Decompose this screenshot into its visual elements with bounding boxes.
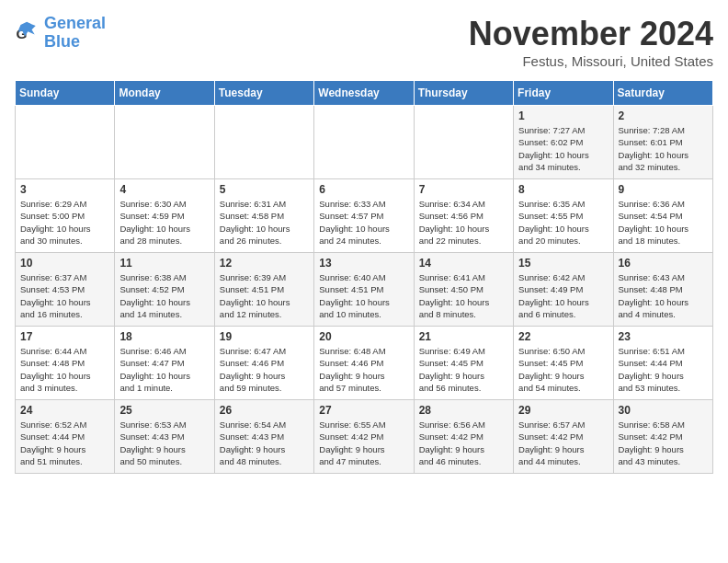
day-info: Sunrise: 6:42 AM Sunset: 4:49 PM Dayligh… — [518, 271, 608, 320]
calendar-cell: 17Sunrise: 6:44 AM Sunset: 4:48 PM Dayli… — [16, 327, 115, 400]
calendar-cell: 30Sunrise: 6:58 AM Sunset: 4:42 PM Dayli… — [613, 400, 712, 474]
calendar-cell: 5Sunrise: 6:31 AM Sunset: 4:58 PM Daylig… — [214, 179, 313, 253]
logo: G General Blue — [15, 15, 106, 52]
calendar-cell: 9Sunrise: 6:36 AM Sunset: 4:54 PM Daylig… — [613, 179, 712, 253]
calendar-cell: 10Sunrise: 6:37 AM Sunset: 4:53 PM Dayli… — [16, 253, 115, 327]
day-number: 21 — [419, 330, 508, 343]
weekday-header-monday: Monday — [115, 81, 214, 106]
day-info: Sunrise: 6:49 AM Sunset: 4:45 PM Dayligh… — [419, 345, 508, 394]
weekday-header-saturday: Saturday — [613, 81, 712, 106]
day-number: 17 — [20, 330, 109, 343]
calendar-header-row: SundayMondayTuesdayWednesdayThursdayFrid… — [16, 81, 713, 106]
day-number: 28 — [419, 404, 508, 417]
header: G General Blue November 2024 Festus, Mis… — [15, 15, 713, 69]
weekday-header-wednesday: Wednesday — [314, 81, 414, 106]
day-info: Sunrise: 6:31 AM Sunset: 4:58 PM Dayligh… — [220, 198, 309, 247]
calendar-cell: 21Sunrise: 6:49 AM Sunset: 4:45 PM Dayli… — [414, 327, 513, 400]
calendar-cell: 11Sunrise: 6:38 AM Sunset: 4:52 PM Dayli… — [115, 253, 214, 327]
day-number: 10 — [20, 257, 109, 270]
day-info: Sunrise: 6:50 AM Sunset: 4:45 PM Dayligh… — [518, 345, 608, 394]
day-number: 18 — [119, 330, 209, 343]
day-number: 30 — [619, 404, 708, 417]
calendar-cell: 22Sunrise: 6:50 AM Sunset: 4:45 PM Dayli… — [514, 327, 613, 400]
title-area: November 2024 Festus, Missouri, United S… — [469, 15, 713, 69]
day-info: Sunrise: 6:39 AM Sunset: 4:51 PM Dayligh… — [220, 271, 309, 320]
weekday-header-tuesday: Tuesday — [214, 81, 313, 106]
calendar-table: SundayMondayTuesdayWednesdayThursdayFrid… — [15, 80, 713, 474]
week-row-3: 10Sunrise: 6:37 AM Sunset: 4:53 PM Dayli… — [16, 253, 713, 327]
day-number: 19 — [220, 330, 309, 343]
calendar-cell: 2Sunrise: 7:28 AM Sunset: 6:01 PM Daylig… — [613, 106, 712, 179]
week-row-2: 3Sunrise: 6:29 AM Sunset: 5:00 PM Daylig… — [16, 179, 713, 253]
calendar-cell: 26Sunrise: 6:54 AM Sunset: 4:43 PM Dayli… — [214, 400, 313, 474]
day-info: Sunrise: 6:43 AM Sunset: 4:48 PM Dayligh… — [619, 271, 708, 320]
calendar-cell: 28Sunrise: 6:56 AM Sunset: 4:42 PM Dayli… — [414, 400, 513, 474]
day-info: Sunrise: 6:58 AM Sunset: 4:42 PM Dayligh… — [619, 419, 708, 467]
calendar-cell: 6Sunrise: 6:33 AM Sunset: 4:57 PM Daylig… — [314, 179, 414, 253]
day-info: Sunrise: 6:51 AM Sunset: 4:44 PM Dayligh… — [619, 345, 708, 394]
day-info: Sunrise: 7:27 AM Sunset: 6:02 PM Dayligh… — [518, 124, 608, 173]
day-info: Sunrise: 6:34 AM Sunset: 4:56 PM Dayligh… — [419, 198, 508, 247]
day-info: Sunrise: 6:30 AM Sunset: 4:59 PM Dayligh… — [119, 198, 209, 247]
day-number: 5 — [220, 183, 309, 196]
day-number: 2 — [619, 109, 708, 122]
day-info: Sunrise: 6:36 AM Sunset: 4:54 PM Dayligh… — [619, 198, 708, 247]
day-info: Sunrise: 6:33 AM Sunset: 4:57 PM Dayligh… — [319, 198, 408, 247]
day-info: Sunrise: 6:35 AM Sunset: 4:55 PM Dayligh… — [518, 198, 608, 247]
day-info: Sunrise: 6:54 AM Sunset: 4:43 PM Dayligh… — [220, 419, 309, 467]
day-number: 6 — [319, 183, 408, 196]
location: Festus, Missouri, United States — [469, 53, 713, 69]
day-number: 29 — [518, 404, 608, 417]
day-number: 20 — [319, 330, 408, 343]
calendar-cell: 24Sunrise: 6:52 AM Sunset: 4:44 PM Dayli… — [16, 400, 115, 474]
calendar-cell — [314, 106, 414, 179]
day-info: Sunrise: 6:44 AM Sunset: 4:48 PM Dayligh… — [20, 345, 109, 394]
day-number: 14 — [419, 257, 508, 270]
day-info: Sunrise: 6:56 AM Sunset: 4:42 PM Dayligh… — [419, 419, 508, 467]
day-number: 23 — [619, 330, 708, 343]
logo-line1: General — [44, 15, 106, 33]
day-info: Sunrise: 6:37 AM Sunset: 4:53 PM Dayligh… — [20, 271, 109, 320]
day-number: 13 — [319, 257, 408, 270]
day-number: 4 — [119, 183, 209, 196]
day-number: 25 — [119, 404, 209, 417]
calendar-cell — [16, 106, 115, 179]
calendar-cell: 29Sunrise: 6:57 AM Sunset: 4:42 PM Dayli… — [514, 400, 613, 474]
weekday-header-friday: Friday — [514, 81, 613, 106]
day-info: Sunrise: 6:52 AM Sunset: 4:44 PM Dayligh… — [20, 419, 109, 467]
calendar-cell — [214, 106, 313, 179]
calendar-cell: 4Sunrise: 6:30 AM Sunset: 4:59 PM Daylig… — [115, 179, 214, 253]
day-info: Sunrise: 6:53 AM Sunset: 4:43 PM Dayligh… — [119, 419, 209, 467]
day-number: 26 — [220, 404, 309, 417]
calendar-cell: 23Sunrise: 6:51 AM Sunset: 4:44 PM Dayli… — [613, 327, 712, 400]
day-info: Sunrise: 6:55 AM Sunset: 4:42 PM Dayligh… — [319, 419, 408, 467]
day-info: Sunrise: 6:46 AM Sunset: 4:47 PM Dayligh… — [119, 345, 209, 394]
weekday-header-thursday: Thursday — [414, 81, 513, 106]
day-number: 15 — [518, 257, 608, 270]
calendar-cell: 7Sunrise: 6:34 AM Sunset: 4:56 PM Daylig… — [414, 179, 513, 253]
calendar-cell — [115, 106, 214, 179]
day-info: Sunrise: 6:48 AM Sunset: 4:46 PM Dayligh… — [319, 345, 408, 394]
week-row-1: 1Sunrise: 7:27 AM Sunset: 6:02 PM Daylig… — [16, 106, 713, 179]
day-number: 1 — [518, 109, 608, 122]
day-number: 12 — [220, 257, 309, 270]
day-info: Sunrise: 6:41 AM Sunset: 4:50 PM Dayligh… — [419, 271, 508, 320]
day-number: 16 — [619, 257, 708, 270]
calendar-cell: 12Sunrise: 6:39 AM Sunset: 4:51 PM Dayli… — [214, 253, 313, 327]
calendar-cell: 27Sunrise: 6:55 AM Sunset: 4:42 PM Dayli… — [314, 400, 414, 474]
day-number: 3 — [20, 183, 109, 196]
day-number: 8 — [518, 183, 608, 196]
calendar-cell: 14Sunrise: 6:41 AM Sunset: 4:50 PM Dayli… — [414, 253, 513, 327]
calendar-cell: 18Sunrise: 6:46 AM Sunset: 4:47 PM Dayli… — [115, 327, 214, 400]
day-info: Sunrise: 6:40 AM Sunset: 4:51 PM Dayligh… — [319, 271, 408, 320]
weekday-header-sunday: Sunday — [16, 81, 115, 106]
logo-line2: Blue — [44, 33, 106, 52]
calendar-body: 1Sunrise: 7:27 AM Sunset: 6:02 PM Daylig… — [16, 106, 713, 474]
month-title: November 2024 — [469, 15, 713, 53]
day-info: Sunrise: 6:38 AM Sunset: 4:52 PM Dayligh… — [119, 271, 209, 320]
calendar-cell: 20Sunrise: 6:48 AM Sunset: 4:46 PM Dayli… — [314, 327, 414, 400]
calendar-cell: 3Sunrise: 6:29 AM Sunset: 5:00 PM Daylig… — [16, 179, 115, 253]
day-info: Sunrise: 6:57 AM Sunset: 4:42 PM Dayligh… — [518, 419, 608, 467]
day-info: Sunrise: 6:29 AM Sunset: 5:00 PM Dayligh… — [20, 198, 109, 247]
calendar-cell — [414, 106, 513, 179]
